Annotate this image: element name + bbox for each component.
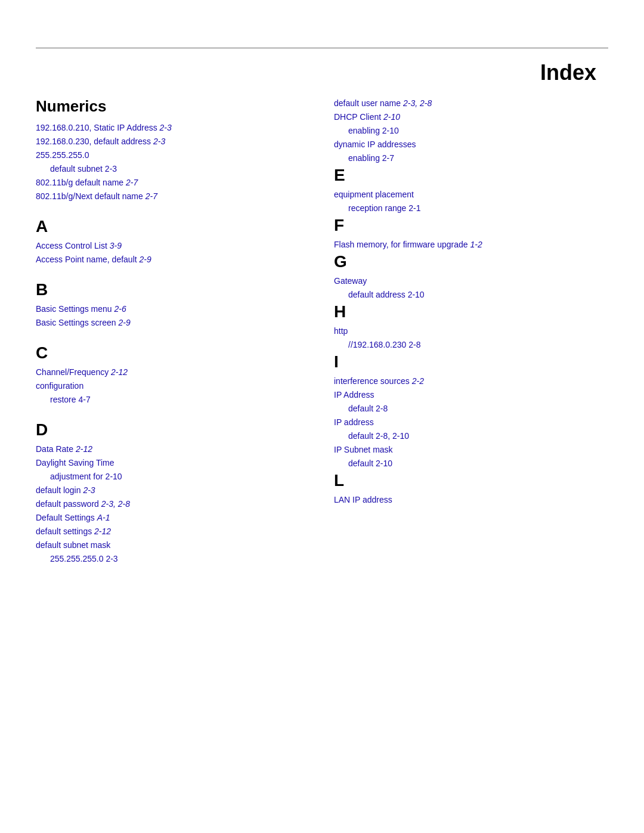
index-link[interactable]: default subnet 2-3 <box>50 164 117 174</box>
index-link[interactable]: IP address <box>334 417 374 427</box>
page-ref: 2-1 <box>408 203 420 213</box>
section-I: Iinterference sources 2-2IP Addressdefau… <box>334 352 608 470</box>
index-entry: IP address <box>334 416 608 429</box>
index-link[interactable]: http <box>334 326 348 336</box>
page-title: Index <box>0 54 596 85</box>
page-ref: 2-10 <box>382 126 399 135</box>
page-ref: 2-10 <box>376 459 392 468</box>
section-letter-E: E <box>334 166 608 185</box>
index-link[interactable]: dynamic IP addresses <box>334 140 416 149</box>
index-link[interactable]: default 2-10 <box>348 459 392 468</box>
right-column: default user name 2-3, 2-8DHCP Client 2-… <box>334 97 608 566</box>
index-entry: Daylight Saving Time <box>36 457 310 469</box>
section-letter-H: H <box>334 302 608 321</box>
page-ref: 2-3 <box>105 164 117 174</box>
page-ref: 2-3 <box>106 554 117 563</box>
index-link[interactable]: adjustment for 2-10 <box>50 472 122 481</box>
index-entry: dynamic IP addresses <box>334 138 608 151</box>
index-link[interactable]: default subnet mask <box>36 540 110 550</box>
page-ref: 4-7 <box>78 395 90 404</box>
index-link[interactable]: 255.255.255.0 <box>36 150 89 160</box>
left-column: Numerics192.168.0.210, Static IP Address… <box>36 97 310 566</box>
index-entry: Access Control List 3-9 <box>36 240 310 252</box>
index-entry: default user name 2-3, 2-8 <box>334 97 608 110</box>
index-entry: Basic Settings menu 2-6 <box>36 303 310 315</box>
index-entry: configuration <box>36 380 310 392</box>
index-link[interactable]: default 2-8 <box>348 404 388 413</box>
index-link[interactable]: Basic Settings menu 2-6 <box>36 304 126 314</box>
index-entry: default address 2-10 <box>334 289 608 301</box>
index-link[interactable]: restore 4-7 <box>50 395 91 404</box>
index-entry: default password 2-3, 2-8 <box>36 498 310 510</box>
index-link[interactable]: DHCP Client 2-10 <box>334 112 400 122</box>
index-link[interactable]: equipment placement <box>334 190 414 199</box>
index-entry: default subnet 2-3 <box>36 163 310 175</box>
index-link[interactable]: configuration <box>36 381 83 391</box>
section-A: AAccess Control List 3-9Access Point nam… <box>36 217 310 266</box>
page-ref: 2-3 <box>83 485 95 495</box>
index-entry: 802.11b/g default name 2-7 <box>36 176 310 189</box>
section-letter-G: G <box>334 252 608 271</box>
section-heading-numerics: Numerics <box>36 97 310 116</box>
index-link[interactable]: enabling 2-7 <box>348 153 394 163</box>
index-entry: IP Address <box>334 389 608 401</box>
index-link[interactable]: 192.168.0.210, Static IP Address 2-3 <box>36 123 172 132</box>
index-link[interactable]: default login 2-3 <box>36 485 95 495</box>
page-ref: 2-3, 2-8 <box>403 98 432 108</box>
page-ref: 2-10 <box>408 290 425 299</box>
index-link[interactable]: Default Settings A-1 <box>36 513 110 522</box>
index-entry: IP Subnet mask <box>334 444 608 456</box>
section-E: Eequipment placementreception range 2-1 <box>334 166 608 215</box>
section-letter-A: A <box>36 217 310 236</box>
index-link[interactable]: IP Address <box>334 390 374 400</box>
index-link[interactable]: default address 2-10 <box>348 290 425 299</box>
page-ref: 2-10 <box>106 472 122 481</box>
index-link[interactable]: Basic Settings screen 2-9 <box>36 318 131 327</box>
index-entry: adjustment for 2-10 <box>36 470 310 483</box>
top-rule <box>36 48 608 48</box>
index-entry: DHCP Client 2-10 <box>334 111 608 123</box>
index-link[interactable]: default 2-8, 2-10 <box>348 431 409 441</box>
index-entry: interference sources 2-2 <box>334 375 608 388</box>
index-link[interactable]: //192.168.0.230 2-8 <box>348 340 420 349</box>
index-entry: default 2-8 <box>334 402 608 415</box>
page-ref: 2-2 <box>412 376 424 386</box>
index-link[interactable]: reception range 2-1 <box>348 203 420 213</box>
index-link[interactable]: IP Subnet mask <box>334 445 393 454</box>
index-link[interactable]: 192.168.0.230, default address 2-3 <box>36 137 165 146</box>
section-letter-D: D <box>36 420 310 439</box>
page-ref: 2-12 <box>111 367 128 377</box>
page-ref: 2-8, 2-10 <box>376 431 409 441</box>
page-ref: 2-3 <box>153 137 165 146</box>
index-link[interactable]: Data Rate 2-12 <box>36 444 92 454</box>
index-link[interactable]: Access Control List 3-9 <box>36 241 122 250</box>
page-ref: 2-7 <box>126 178 138 187</box>
index-entry: 802.11b/g/Next default name 2-7 <box>36 190 310 203</box>
section-C: CChannel/Frequency 2-12configurationrest… <box>36 343 310 406</box>
page-ref: 1-2 <box>470 240 482 249</box>
index-link[interactable]: Channel/Frequency 2-12 <box>36 367 128 377</box>
index-link[interactable]: default settings 2-12 <box>36 527 111 536</box>
page-ref: 2-3 <box>160 123 172 132</box>
index-link[interactable]: 802.11b/g default name 2-7 <box>36 178 138 187</box>
index-entry: Channel/Frequency 2-12 <box>36 366 310 379</box>
index-link[interactable]: enabling 2-10 <box>348 126 399 135</box>
section-letter-L: L <box>334 471 608 490</box>
index-link[interactable]: Access Point name, default 2-9 <box>36 255 151 264</box>
index-link[interactable]: 802.11b/g/Next default name 2-7 <box>36 191 157 201</box>
page: Index Numerics192.168.0.210, Static IP A… <box>0 48 644 833</box>
index-link[interactable]: 255.255.255.0 2-3 <box>50 554 118 563</box>
index-link[interactable]: Gateway <box>334 276 367 286</box>
index-link[interactable]: LAN IP address <box>334 495 392 504</box>
section-numerics: Numerics192.168.0.210, Static IP Address… <box>36 97 310 203</box>
index-link[interactable]: default password 2-3, 2-8 <box>36 499 130 509</box>
index-link[interactable]: interference sources 2-2 <box>334 376 424 386</box>
index-link[interactable]: Daylight Saving Time <box>36 458 114 467</box>
page-ref: 2-7 <box>382 153 394 163</box>
index-link[interactable]: default user name 2-3, 2-8 <box>334 98 432 108</box>
page-ref: 2-8 <box>376 404 388 413</box>
page-ref: 2-7 <box>145 191 157 201</box>
index-entry: Gateway <box>334 275 608 287</box>
index-entry: default 2-10 <box>334 457 608 470</box>
index-link[interactable]: Flash memory, for firmware upgrade 1-2 <box>334 240 482 249</box>
